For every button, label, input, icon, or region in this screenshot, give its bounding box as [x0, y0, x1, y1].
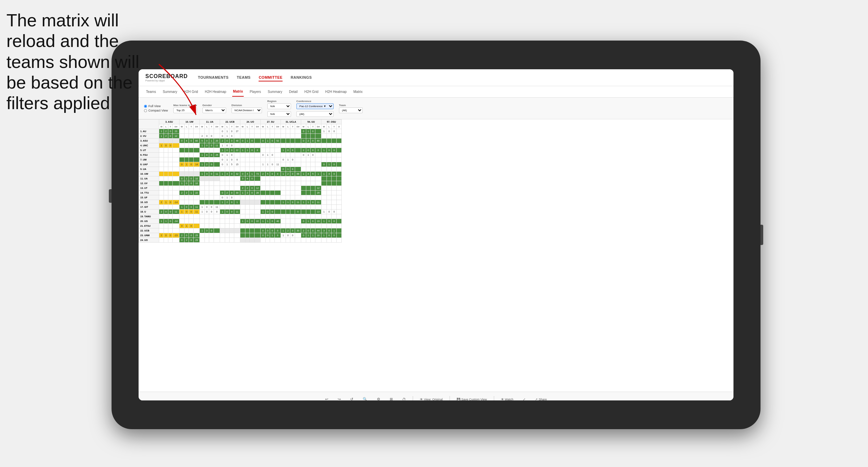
matrix-cell[interactable] [168, 157, 173, 162]
nav-rankings[interactable]: RANKINGS [291, 74, 312, 81]
matrix-cell[interactable]: 28 [255, 191, 261, 195]
matrix-cell[interactable] [225, 176, 230, 181]
matrix-cell[interactable] [240, 143, 245, 148]
matrix-cell[interactable] [173, 186, 179, 191]
matrix-cell[interactable] [230, 238, 234, 243]
matrix-cell[interactable] [332, 191, 337, 195]
matrix-cell[interactable]: 0 [261, 228, 266, 233]
matrix-cell[interactable]: 1 [321, 210, 327, 214]
matrix-cell[interactable]: 0 [184, 233, 189, 238]
matrix-cell[interactable]: 1 [311, 233, 315, 238]
matrix-cell[interactable] [255, 167, 261, 172]
matrix-cell[interactable] [275, 157, 281, 162]
matrix-cell[interactable] [168, 186, 173, 191]
matrix-cell[interactable] [286, 162, 290, 167]
matrix-cell[interactable] [290, 143, 295, 148]
matrix-cell[interactable] [306, 195, 311, 200]
matrix-cell[interactable]: 11 [315, 200, 321, 205]
matrix-cell[interactable]: 0 [220, 129, 225, 134]
matrix-cell[interactable]: 0 [250, 191, 255, 195]
matrix-cell[interactable] [332, 157, 337, 162]
matrix-cell[interactable]: 4 [306, 172, 311, 176]
matrix-cell[interactable] [321, 157, 327, 162]
matrix-cell[interactable]: 0 [275, 228, 281, 233]
matrix-cell[interactable]: 1 [209, 139, 214, 143]
matrix-cell[interactable] [311, 191, 315, 195]
matrix-cell[interactable] [245, 195, 250, 200]
matrix-cell[interactable]: 22 [255, 219, 261, 224]
matrix-cell[interactable] [234, 238, 240, 243]
matrix-cell[interactable] [337, 172, 342, 176]
matrix-cell[interactable]: 0 [230, 210, 234, 214]
matrix-cell[interactable] [230, 181, 234, 186]
matrix-cell[interactable]: 0 [204, 210, 209, 214]
matrix-cell[interactable] [173, 162, 179, 167]
matrix-cell[interactable]: 0 [306, 228, 311, 233]
matrix-cell[interactable]: 0 [164, 233, 168, 238]
matrix-cell[interactable]: 0 [250, 176, 255, 181]
matrix-cell[interactable]: 1 [281, 172, 286, 176]
matrix-cell[interactable] [321, 238, 327, 243]
matrix-cell[interactable]: 2 [204, 162, 209, 167]
matrix-cell[interactable] [332, 167, 337, 172]
matrix-cell[interactable] [184, 228, 189, 233]
matrix-cell[interactable] [265, 157, 270, 162]
matrix-cell[interactable]: 2 [306, 139, 311, 143]
matrix-cell[interactable] [270, 214, 275, 219]
matrix-cell[interactable] [234, 134, 240, 139]
matrix-cell[interactable] [214, 148, 220, 153]
matrix-cell[interactable]: 11 [214, 172, 220, 176]
subnav-players[interactable]: Players [249, 87, 262, 96]
matrix-cell[interactable]: 0 [179, 224, 185, 228]
matrix-cell[interactable]: 1 [265, 153, 270, 157]
matrix-cell[interactable] [164, 167, 168, 172]
matrix-cell[interactable]: 1 [184, 224, 189, 228]
matrix-cell[interactable] [311, 186, 315, 191]
team-select[interactable]: (All) [339, 107, 363, 113]
matrix-cell[interactable]: 2 [184, 191, 189, 195]
matrix-cell[interactable] [315, 181, 321, 186]
matrix-cell[interactable]: 0 [265, 228, 270, 233]
matrix-cell[interactable] [321, 205, 327, 210]
matrix-cell[interactable] [275, 238, 281, 243]
matrix-cell[interactable]: 0 [164, 210, 168, 214]
matrix-cell[interactable] [189, 219, 194, 224]
matrix-cell[interactable] [245, 143, 250, 148]
matrix-cell[interactable] [179, 148, 185, 153]
matrix-cell[interactable] [290, 210, 295, 214]
matrix-cell[interactable] [270, 129, 275, 134]
matrix-cell[interactable]: 0 [261, 153, 266, 157]
subnav-matrix[interactable]: Matrix [232, 87, 243, 97]
matrix-cell[interactable] [265, 205, 270, 210]
matrix-cell[interactable] [173, 176, 179, 181]
matrix-cell[interactable] [200, 167, 205, 172]
matrix-cell[interactable] [164, 176, 168, 181]
matrix-cell[interactable] [275, 148, 281, 153]
matrix-cell[interactable] [159, 162, 164, 167]
matrix-cell[interactable] [321, 195, 327, 200]
matrix-cell[interactable] [179, 134, 185, 139]
matrix-cell[interactable] [245, 162, 250, 167]
matrix-cell[interactable]: 11 [295, 200, 301, 205]
matrix-cell[interactable]: 22 [194, 191, 200, 195]
matrix-cell[interactable] [220, 186, 225, 191]
matrix-cell[interactable] [332, 139, 337, 143]
matrix-cell[interactable] [327, 134, 332, 139]
matrix-cell[interactable] [281, 143, 286, 148]
matrix-cell[interactable] [301, 210, 306, 214]
matrix-cell[interactable]: 0 [332, 129, 337, 134]
matrix-cell[interactable]: 1 [315, 172, 321, 176]
matrix-cell[interactable] [265, 148, 270, 153]
matrix-cell[interactable]: 0 [189, 176, 194, 181]
matrix-cell[interactable] [184, 219, 189, 224]
matrix-cell[interactable] [261, 191, 266, 195]
matrix-cell[interactable]: 0 [301, 139, 306, 143]
matrix-cell[interactable] [184, 186, 189, 191]
matrix-cell[interactable] [209, 181, 214, 186]
matrix-cell[interactable]: 0 [225, 139, 230, 143]
matrix-cell[interactable]: 2 [220, 139, 225, 143]
matrix-cell[interactable] [214, 167, 220, 172]
matrix-cell[interactable]: 1 [270, 233, 275, 238]
matrix-cell[interactable] [209, 224, 214, 228]
matrix-cell[interactable] [194, 129, 200, 134]
